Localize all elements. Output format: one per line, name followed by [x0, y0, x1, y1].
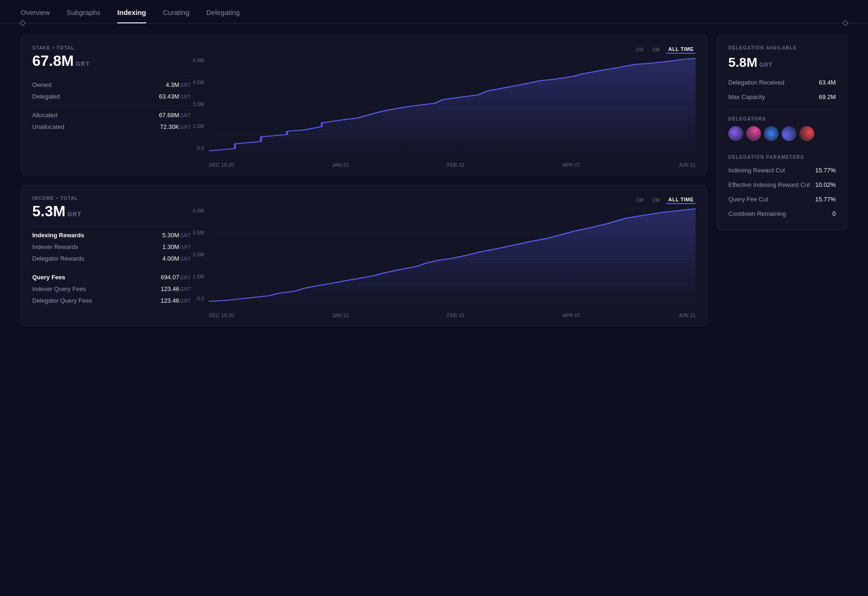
indexing-reward-cut-value: 15.77% — [815, 167, 836, 174]
income-divider-1 — [32, 226, 191, 226]
stake-chart-container: STAKE • TOTAL 67.8M GRT Owned 4.3M GRT — [32, 45, 696, 168]
income-1w-btn[interactable]: 1W — [634, 196, 646, 204]
query-fees-label: Query Fees — [32, 274, 65, 281]
income-stats: INCOME • TOTAL 5.3M GRT Indexing Rewards… — [32, 196, 191, 318]
delegated-value: 63.43M GRT — [159, 93, 191, 100]
stake-y-axis: 6.0M 4.5M 3.0M 1.5M 0.0 — [191, 57, 209, 160]
delegator-avatar-3 — [764, 126, 779, 141]
income-1m-btn[interactable]: 1M — [650, 196, 662, 204]
effective-indexing-label: Effective Indexing Reward Cut — [728, 181, 810, 188]
delegators-label: DELEGATORS — [728, 116, 836, 121]
indexing-reward-cut-label: Indexing Reward Cut — [728, 167, 785, 174]
query-fee-cut-row: Query Fee Cut 15.77% — [728, 193, 836, 205]
stat-row-indexing-rewards: Indexing Rewards 5.30M GRT — [32, 231, 191, 240]
income-stats-grid-1: Indexing Rewards 5.30M GRT Indexer Rewar… — [32, 231, 191, 263]
delegation-received-row: Delegation Received 63.4M — [728, 77, 836, 88]
navigation: Overview Subgraphs Indexing Curating Del… — [0, 0, 868, 23]
stake-stats-grid-2: Allocated 67.68M GRT Unallocated 72.30K … — [32, 111, 191, 131]
max-capacity-label: Max Capacity — [728, 93, 765, 100]
income-unit: GRT — [67, 211, 81, 218]
nav-item-overview[interactable]: Overview — [21, 8, 50, 23]
stat-row-delegator-query-fees: Delegator Query Fees 123.46 GRT — [32, 296, 191, 305]
delegation-unit: GRT — [759, 62, 772, 68]
delegator-query-fees-value: 123.46 GRT — [161, 297, 191, 304]
stake-alltime-btn[interactable]: ALL TIME — [666, 45, 696, 54]
income-stats-grid-2: Query Fees 694.07 GRT Indexer Query Fees… — [32, 273, 191, 305]
nav-item-indexing[interactable]: Indexing — [117, 8, 146, 23]
indexing-reward-cut-row: Indexing Reward Cut 15.77% — [728, 164, 836, 176]
stake-1w-btn[interactable]: 1W — [634, 46, 646, 53]
stake-divider-1 — [32, 75, 191, 76]
delegation-received-value: 63.4M — [819, 79, 836, 86]
stake-chart-svg — [209, 57, 696, 160]
nav-item-delegating[interactable]: Delegating — [206, 8, 240, 23]
delegator-avatar-2 — [746, 126, 761, 141]
delegated-label: Delegated — [32, 93, 60, 100]
stake-time-controls: 1W 1M ALL TIME — [191, 45, 696, 54]
stake-chart-wrap: 6.0M 4.5M 3.0M 1.5M 0.0 — [191, 57, 696, 168]
income-chart-area: 6.0M 4.5M 3.0M 1.5M 0.0 — [191, 208, 696, 311]
unallocated-value: 72.30K GRT — [160, 123, 191, 130]
income-svg-wrap — [209, 208, 696, 311]
income-chart-inner: 1W 1M ALL TIME 6.0M 4.5M 3.0M 1.5M 0.0 — [191, 196, 696, 318]
stat-row-delegator-rewards: Delegator Rewards 4.00M GRT — [32, 254, 191, 263]
nav-item-subgraphs[interactable]: Subgraphs — [67, 8, 101, 23]
left-column: STAKE • TOTAL 67.8M GRT Owned 4.3M GRT — [21, 35, 707, 326]
main-content: STAKE • TOTAL 67.8M GRT Owned 4.3M GRT — [0, 23, 868, 337]
stat-row-query-fees: Query Fees 694.07 GRT — [32, 273, 191, 282]
query-fee-cut-value: 15.77% — [815, 196, 836, 203]
income-chart-wrap: 6.0M 4.5M 3.0M 1.5M 0.0 — [191, 208, 696, 318]
income-divider-2 — [32, 268, 191, 268]
stake-svg-wrap — [209, 57, 696, 160]
income-x-axis: DEC 19 20 JAN 21 FEB 22 APR 07 JUN 21 — [191, 311, 696, 318]
max-capacity-value: 69.2M — [819, 93, 836, 100]
income-value: 5.3M GRT — [32, 203, 191, 220]
delegation-params-label: DELEGATION PARAMETERS — [728, 155, 836, 160]
nav-item-curating[interactable]: Curating — [163, 8, 190, 23]
allocated-value: 67.68M GRT — [159, 112, 191, 119]
delegation-received-label: Delegation Received — [728, 79, 784, 86]
cooldown-remaining-row: Cooldown Remaining 0 — [728, 208, 836, 220]
owned-value: 4.3M GRT — [166, 81, 191, 88]
indexer-query-fees-value: 123.46 GRT — [161, 285, 191, 292]
delegator-rewards-label: Delegator Rewards — [32, 255, 84, 262]
delegation-value: 5.8M GRT — [728, 55, 836, 70]
query-fee-cut-label: Query Fee Cut — [728, 196, 768, 203]
delegation-available-label: DELEGATION AVAILABLE — [728, 45, 836, 50]
indexer-rewards-value: 1.30M GRT — [163, 243, 191, 250]
income-chart-svg — [209, 208, 696, 311]
stat-row-unallocated: Unallocated 72.30K GRT — [32, 122, 191, 131]
income-number: 5.3M — [32, 203, 65, 220]
delegator-avatar-4 — [782, 126, 797, 141]
right-column: DELEGATION AVAILABLE 5.8M GRT Delegation… — [717, 35, 847, 326]
stake-divider-2 — [32, 106, 191, 106]
income-y-axis: 6.0M 4.5M 3.0M 1.5M 0.0 — [191, 208, 209, 311]
stake-value: 67.8M GRT — [32, 52, 191, 70]
cooldown-remaining-value: 0 — [832, 210, 836, 217]
stake-chart-area: 6.0M 4.5M 3.0M 1.5M 0.0 — [191, 57, 696, 160]
effective-indexing-value: 10.02% — [815, 181, 836, 188]
stake-1m-btn[interactable]: 1M — [650, 46, 662, 53]
stake-card: STAKE • TOTAL 67.8M GRT Owned 4.3M GRT — [21, 35, 707, 176]
delegator-rewards-value: 4.00M GRT — [163, 255, 191, 262]
stat-row-delegated: Delegated 63.43M GRT — [32, 92, 191, 101]
indexing-rewards-value: 5.30M GRT — [163, 232, 191, 239]
delegation-params: Indexing Reward Cut 15.77% Effective Ind… — [728, 164, 836, 220]
delegator-avatar-5 — [799, 126, 814, 141]
stake-label: STAKE • TOTAL — [32, 45, 191, 50]
owned-label: Owned — [32, 81, 51, 88]
unallocated-label: Unallocated — [32, 123, 64, 130]
delegation-divider-2 — [728, 148, 836, 148]
stat-row-allocated: Allocated 67.68M GRT — [32, 111, 191, 120]
stat-row-owned: Owned 4.3M GRT — [32, 80, 191, 89]
query-fees-value: 694.07 GRT — [161, 274, 191, 281]
stake-stats-grid-1: Owned 4.3M GRT Delegated 63.43M GRT — [32, 80, 191, 101]
delegator-query-fees-label: Delegator Query Fees — [32, 297, 92, 304]
income-alltime-btn[interactable]: ALL TIME — [666, 196, 696, 204]
stat-row-indexer-rewards: Indexer Rewards 1.30M GRT — [32, 242, 191, 251]
allocated-label: Allocated — [32, 112, 57, 119]
delegation-number: 5.8M — [728, 55, 757, 70]
max-capacity-row: Max Capacity 69.2M — [728, 91, 836, 103]
delegation-stats: Delegation Received 63.4M Max Capacity 6… — [728, 77, 836, 103]
indexer-rewards-label: Indexer Rewards — [32, 243, 78, 250]
